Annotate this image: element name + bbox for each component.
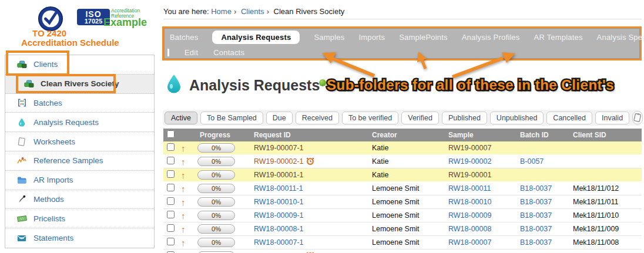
creator-cell: Katie xyxy=(370,171,446,179)
logo-line2: Accreditation Schedule xyxy=(21,38,119,48)
progress-button[interactable]: 0% xyxy=(197,211,235,220)
analysis-requests-icon xyxy=(16,118,28,127)
filter-invalid[interactable]: Invalid xyxy=(595,112,629,124)
progress-button[interactable]: 0% xyxy=(197,197,235,207)
header-progress[interactable]: Progress xyxy=(194,131,251,139)
tab-analysis-profiles[interactable]: Analysis Profiles xyxy=(462,33,520,42)
progress-button[interactable]: 0% xyxy=(197,224,235,234)
breadcrumb: You are here: Home› Clients› Clean River… xyxy=(163,7,344,16)
tab-contacts[interactable]: Contacts xyxy=(213,48,244,57)
client-sid-cell: Mek18/11/012 xyxy=(571,184,642,193)
sidebar-item-batches[interactable]: Batches xyxy=(5,94,154,113)
sidebar-item-reference-samples[interactable]: Reference Samples xyxy=(5,151,154,171)
filter-to-be-verified[interactable]: To be verified xyxy=(342,112,398,124)
tab-samplepoints[interactable]: SamplePoints xyxy=(399,33,448,42)
batch-link[interactable]: B18-0037 xyxy=(520,225,552,233)
row-checkbox[interactable] xyxy=(167,238,175,245)
request-id-link[interactable]: RW18-00010-1 xyxy=(254,198,304,206)
creator-cell: Lemoene Smit xyxy=(370,184,446,193)
tab-analysis-requests[interactable]: Analysis Requests xyxy=(212,31,300,44)
batch-link[interactable]: B18-0037 xyxy=(520,198,552,206)
request-id-link[interactable]: RW18-00008-1 xyxy=(254,225,304,233)
row-checkbox[interactable] xyxy=(167,224,175,232)
sidebar-item-label: Methods xyxy=(33,195,64,204)
row-checkbox[interactable] xyxy=(167,157,175,164)
filter-active[interactable]: Active xyxy=(165,112,197,124)
ar-imports-icon xyxy=(16,176,28,184)
tab-batches[interactable]: Batches xyxy=(170,33,198,42)
tab-ar-templates[interactable]: AR Templates xyxy=(534,33,583,42)
filter-to-be-sampled[interactable]: To Be Sampled xyxy=(200,112,263,124)
request-id-link[interactable]: RW18-00007-1 xyxy=(254,238,304,247)
filter-received[interactable]: Received xyxy=(296,112,339,124)
row-checkbox[interactable] xyxy=(167,170,175,178)
header-batch-id[interactable]: Batch ID xyxy=(518,131,571,139)
tab-analysis-specifications[interactable]: Analysis Specifications xyxy=(597,33,644,42)
request-id-link[interactable]: RW18-00011-1 xyxy=(254,184,303,193)
table-row: ↑ 0% RW19-00001-1 Katie RW19-00001 xyxy=(163,168,642,182)
sidebar-item-label: Clean Rivers Society xyxy=(41,79,119,88)
header-client-sid[interactable]: Client SID xyxy=(571,131,642,139)
logo-line1: TO 2420 xyxy=(32,28,66,38)
request-id-link[interactable]: RW18-00009-1 xyxy=(254,211,304,220)
priority-up-icon: ↑ xyxy=(181,224,186,234)
sidebar-item-worksheets[interactable]: Worksheets xyxy=(5,132,154,151)
sidebar-item-statements[interactable]: Statements xyxy=(5,228,154,248)
breadcrumb-link-home[interactable]: Home xyxy=(211,7,232,16)
sample-link[interactable]: RW18-00011 xyxy=(448,184,491,193)
row-checkbox[interactable] xyxy=(167,197,175,205)
row-checkbox[interactable] xyxy=(167,143,175,151)
reference-samples-icon xyxy=(16,157,28,164)
batch-link[interactable]: B18-0037 xyxy=(520,211,552,220)
tab-imports[interactable]: Imports xyxy=(358,33,385,42)
sidebar-item-pricelists[interactable]: $ Pricelists xyxy=(5,209,154,228)
sample-link[interactable]: RW18-00008 xyxy=(448,225,491,233)
progress-button[interactable]: 0% xyxy=(197,157,235,166)
filter-cancelled[interactable]: Cancelled xyxy=(546,112,592,124)
annotation-callout: Sub-folders for all of these in the Clie… xyxy=(319,77,614,93)
table-header-row: Progress Request ID Creator Sample Batch… xyxy=(163,129,642,141)
sample-link[interactable]: RW19-00001 xyxy=(448,171,491,179)
filter-due[interactable]: Due xyxy=(266,112,293,124)
row-checkbox[interactable] xyxy=(167,211,175,218)
filter-published[interactable]: Published xyxy=(442,112,487,124)
sidebar-item-analysis-requests[interactable]: Analysis Requests xyxy=(5,113,154,132)
breadcrumb-separator: › xyxy=(267,7,269,16)
sample-link[interactable]: RW18-00010 xyxy=(448,198,491,206)
tab-samples[interactable]: Samples xyxy=(314,33,344,42)
sample-link[interactable]: RW18-00007 xyxy=(448,238,491,247)
filter-verified[interactable]: Verified xyxy=(401,112,439,124)
request-id-link[interactable]: RW19-00001-1 xyxy=(254,171,304,179)
header-request-id[interactable]: Request ID xyxy=(251,131,370,139)
progress-button[interactable]: 0% xyxy=(197,184,235,193)
filter-unpublished[interactable]: Unpublished xyxy=(490,112,544,124)
sidebar-item-clients[interactable]: Clients xyxy=(5,55,154,75)
progress-button[interactable]: 0% xyxy=(197,238,235,247)
batch-link[interactable]: B18-0037 xyxy=(520,184,552,193)
breadcrumb-link-clients[interactable]: Clients xyxy=(241,7,264,16)
tab-edit[interactable]: Edit xyxy=(185,48,198,57)
request-id-link[interactable]: RW19-00007-1 xyxy=(254,144,304,152)
header-sample[interactable]: Sample xyxy=(446,131,518,139)
annotation-text: Sub-folders for all of these in the Clie… xyxy=(327,77,614,93)
sidebar-item-clean-rivers-society[interactable]: Clean Rivers Society xyxy=(5,75,154,94)
clipboard-button[interactable] xyxy=(632,111,643,124)
batch-link[interactable]: B18-0037 xyxy=(520,238,552,247)
header-creator[interactable]: Creator xyxy=(370,131,446,139)
row-checkbox[interactable] xyxy=(167,184,175,191)
clients-icon xyxy=(16,60,28,69)
table-row: ↑ 0% RW18-00010-1 Lemoene Smit RW18-0001… xyxy=(163,195,642,209)
progress-button[interactable]: 0% xyxy=(197,143,235,153)
workflow-filter-bar: ActiveTo Be SampledDueReceivedTo be veri… xyxy=(163,110,641,126)
request-id-link[interactable]: RW19-00002-1 xyxy=(254,157,304,166)
sample-link[interactable]: RW19-00002 xyxy=(448,157,491,166)
sidebar-item-ar-imports[interactable]: AR Imports xyxy=(5,171,154,190)
sidebar-item-methods[interactable]: Methods xyxy=(5,190,154,210)
batch-link[interactable]: B-0057 xyxy=(520,157,544,166)
table-row: ↑ 0% RW19-00007-1 Katie RW19-00007 xyxy=(163,141,642,155)
select-all-checkbox[interactable] xyxy=(167,130,175,138)
progress-button[interactable]: 0% xyxy=(197,170,235,180)
client-sid-cell: Mek18/11/010 xyxy=(571,211,642,220)
sample-link[interactable]: RW18-00009 xyxy=(448,211,491,220)
sample-link[interactable]: RW19-00007 xyxy=(448,144,491,152)
